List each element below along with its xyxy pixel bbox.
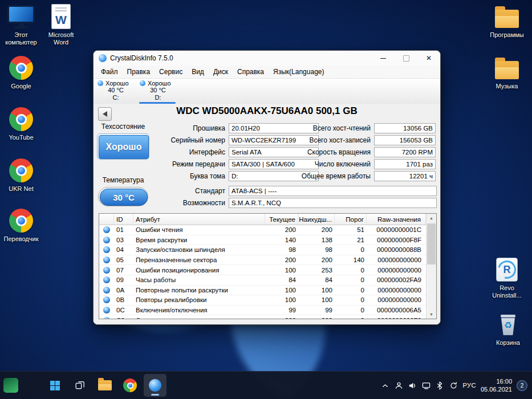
taskbar: РУС 16:00 05.06.2021 2	[0, 371, 532, 399]
health-status-button[interactable]: Хорошо	[97, 133, 149, 160]
field-value-box[interactable]: 7200 RPM	[374, 147, 436, 157]
column-header-id[interactable]: ID	[114, 214, 133, 225]
scroll-up-arrow[interactable]: ▲	[427, 214, 436, 222]
scroll-track[interactable]	[427, 222, 436, 310]
windows-logo-icon	[50, 381, 60, 390]
desktop-icon-revo-uninstaller[interactable]: R Revo Uninstall...	[488, 256, 526, 299]
field-value-box[interactable]: ATA8-ACS | ----	[229, 186, 437, 196]
task-view-button[interactable]	[68, 374, 91, 397]
desktop-icon-youtube[interactable]: YouTube	[2, 106, 40, 141]
chrome-icon	[8, 207, 34, 234]
menu-item[interactable]: Язык(Language)	[269, 67, 328, 77]
language-indicator[interactable]: РУС	[462, 382, 476, 389]
column-header-threshold[interactable]: Порог	[335, 214, 367, 225]
status-dot-icon	[103, 307, 110, 314]
desktop-icon-google[interactable]: Google	[2, 55, 40, 90]
field-label: Прошивка	[160, 124, 225, 132]
temperature-button[interactable]: 30 °C	[98, 187, 148, 206]
smart-current: 140	[265, 237, 298, 243]
column-header-raw[interactable]: Raw-значения	[367, 214, 426, 225]
smart-row[interactable]: 0A Повторные попытки раскрутки 100 100 0…	[99, 286, 426, 296]
smart-worst: 100	[298, 296, 335, 303]
column-header-worst[interactable]: Наихудш...	[298, 214, 335, 225]
desktop-icon-music[interactable]: Музыка	[488, 55, 526, 90]
temperature-value: 30 °C	[100, 189, 148, 206]
smart-id: 05	[114, 256, 133, 263]
field-value-box[interactable]: 12201 ч	[374, 171, 436, 181]
status-dot-icon	[103, 276, 110, 283]
disk-tab-temp: 30 °C	[137, 87, 179, 94]
tray-bluetooth-icon[interactable]	[435, 381, 444, 390]
menu-item[interactable]: Вид	[188, 67, 208, 77]
smart-row[interactable]: 0C Включения/отключения 99 99 0 00000000…	[99, 306, 426, 316]
health-label: Техсостояние	[94, 123, 153, 131]
tray-volume-icon[interactable]	[408, 381, 417, 390]
menu-item[interactable]: Сервис	[155, 67, 186, 77]
disk-tab-c[interactable]: Хорошо 40 °C C:	[95, 79, 137, 104]
desktop-icon-recycle-bin[interactable]: Корзина	[489, 311, 527, 347]
word-icon: W	[48, 3, 74, 30]
smart-attribute: Включения/отключения	[133, 307, 265, 314]
field-value-box[interactable]: 1701 раз	[374, 159, 436, 169]
field-row: Возможности S.M.A.R.T., NCQ	[160, 198, 437, 208]
smart-raw: 000000000000	[367, 256, 426, 263]
column-header-current[interactable]: Текущее	[265, 214, 298, 225]
smart-current: 100	[265, 296, 298, 303]
scroll-down-arrow[interactable]: ▼	[427, 310, 436, 319]
desktop-icon-ukrnet[interactable]: UKR Net	[2, 157, 40, 193]
menu-item[interactable]: Правка	[123, 67, 155, 77]
smart-current: 98	[265, 246, 298, 253]
column-header-attribute[interactable]: Атрибут	[133, 214, 265, 225]
desktop-icon-programs[interactable]: Программы	[488, 3, 526, 39]
smart-row[interactable]: 04 Запуски/остановки шпинделя 98 98 0 00…	[99, 245, 426, 255]
disk-tab-letter: D:	[137, 94, 179, 101]
smart-current: 200	[265, 256, 298, 263]
smart-attribute: Ошибки чтения	[133, 226, 265, 233]
field-value-box[interactable]: 156053 GB	[374, 135, 436, 145]
smart-row[interactable]: 07 Ошибки позиционирования 100 253 0 000…	[99, 265, 426, 275]
field-label: Общее время работы	[299, 172, 371, 180]
maximize-button[interactable]	[395, 51, 417, 66]
hidden-icons-chevron-icon[interactable]	[380, 381, 389, 390]
smart-row[interactable]: 05 Переназначенные сектора 200 200 140 0…	[99, 255, 426, 266]
drive-wide-fields: Стандарт ATA8-ACS | ---- Возможности S.M…	[160, 186, 437, 210]
chrome-taskbar-button[interactable]	[119, 374, 141, 397]
tray-sync-icon[interactable]	[449, 381, 458, 390]
crystaldiskinfo-taskbar-button[interactable]	[144, 374, 166, 397]
column-header-status[interactable]	[99, 214, 114, 225]
desktop-icon-this-pc[interactable]: Этот компьютер	[2, 3, 40, 46]
field-row: Буква тома D:	[160, 171, 319, 181]
smart-row[interactable]: 03 Время раскрутки 140 138 21 000000000F…	[99, 235, 426, 246]
scroll-thumb[interactable]	[427, 223, 436, 264]
disk-tab-d[interactable]: Хорошо 30 °C D:	[137, 79, 179, 104]
titlebar[interactable]: CrystalDiskInfo 7.5.0 ✕	[94, 51, 440, 66]
menu-item[interactable]: Справка	[233, 67, 268, 77]
menu-item[interactable]: Диск	[209, 67, 232, 77]
tray-people-icon[interactable]	[394, 381, 403, 390]
file-explorer-button[interactable]	[94, 374, 116, 397]
desktop-icon-word[interactable]: W Microsoft Word	[42, 3, 80, 46]
field-value-box[interactable]: 13056 GB	[374, 123, 436, 133]
host-stat-fields: Всего хост-чтений 13056 GB Всего хост-за…	[299, 123, 436, 183]
menu-item[interactable]: Файл	[97, 67, 122, 77]
taskbar-clock[interactable]: 16:00 05.06.2021	[481, 377, 512, 394]
close-button[interactable]: ✕	[417, 51, 440, 66]
widgets-button[interactable]	[3, 378, 18, 393]
smart-row[interactable]: 0B Повторы рекалибровки 100 100 0 000000…	[99, 295, 426, 306]
clock-time: 16:00	[481, 377, 512, 385]
start-button[interactable]	[43, 374, 66, 397]
icon-label: Музыка	[496, 83, 518, 90]
smart-row[interactable]: 09 Часы работы 84 84 0 000000002FA9	[99, 275, 426, 286]
field-value-box[interactable]: S.M.A.R.T., NCQ	[229, 198, 437, 208]
desktop-icon-translator[interactable]: Переводчик	[2, 207, 40, 243]
smart-current: 100	[265, 287, 298, 294]
smart-row[interactable]: C0 Отказы отключения питания 200 200 0 0…	[99, 315, 426, 319]
smart-row[interactable]: 01 Ошибки чтения 200 200 51 00000000001C	[99, 225, 426, 235]
tray-network-icon[interactable]	[421, 381, 431, 390]
smart-attribute: Повторы рекалибровки	[133, 296, 265, 303]
table-scrollbar[interactable]: ▲ ▼	[426, 214, 436, 319]
notification-badge[interactable]: 2	[517, 380, 527, 391]
chrome-icon	[8, 157, 34, 184]
minimize-button[interactable]	[372, 51, 395, 66]
field-row: Интерфейс Serial ATA	[160, 147, 319, 157]
